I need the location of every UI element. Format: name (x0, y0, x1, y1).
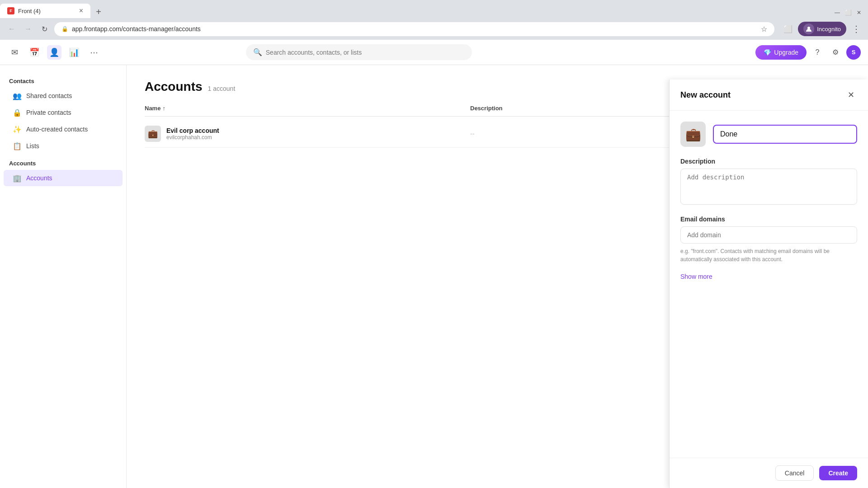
forward-button[interactable]: → (22, 23, 34, 35)
search-container: 🔍 (246, 44, 472, 60)
account-info: Evil corp account evilcorphahah.com (166, 127, 219, 141)
description-label: Description (680, 158, 857, 165)
account-cell: 💼 Evil corp account evilcorphahah.com (145, 126, 470, 142)
contacts-section-title: Contacts (0, 72, 126, 87)
sidebar-item-shared-contacts[interactable]: 👥 Shared contacts (4, 88, 123, 104)
browser-tab[interactable]: F Front (4) × (0, 4, 90, 18)
email-domains-field: Email domains e.g. "front.com". Contacts… (680, 216, 857, 263)
sidebar-item-auto-created-contacts[interactable]: ✨ Auto-created contacts (4, 121, 123, 137)
panel-header: New account ✕ (670, 80, 868, 111)
upgrade-icon: 💎 (764, 49, 771, 56)
address-text: app.frontapp.com/contacts-manager/accoun… (72, 25, 757, 33)
new-tab-button[interactable]: + (92, 5, 105, 18)
account-domain: evilcorphahah.com (166, 134, 219, 141)
sidebar-item-lists-label: Lists (26, 142, 39, 150)
tab-title: Front (4) (18, 8, 75, 14)
sidebar: Contacts 👥 Shared contacts 🔒 Private con… (0, 65, 127, 488)
sidebar-item-private-contacts-label: Private contacts (26, 109, 71, 116)
panel-close-button[interactable]: ✕ (844, 89, 857, 101)
accounts-icon: 🏢 (13, 174, 22, 183)
split-screen-button[interactable]: ⬜ (782, 23, 794, 35)
description-textarea[interactable] (680, 169, 857, 205)
new-account-panel: New account ✕ 💼 Description Email domain… (669, 80, 868, 488)
description-column-label: Description (470, 105, 503, 112)
incognito-button[interactable]: Incognito (798, 22, 846, 36)
description-field: Description (680, 158, 857, 206)
user-avatar[interactable]: S (846, 45, 861, 60)
app-toolbar: ✉ 📅 👤 📊 ⋯ 🔍 💎 Upgrade ? ⚙ S (0, 40, 868, 65)
account-name-input[interactable] (713, 125, 857, 144)
sort-icon: ↑ (162, 105, 165, 112)
inbox-icon[interactable]: ✉ (7, 45, 22, 60)
minimize-button[interactable]: — (834, 9, 841, 16)
nav-actions: ⬜ Incognito ⋮ (782, 22, 863, 36)
new-account-avatar: 💼 (680, 122, 706, 147)
upgrade-label: Upgrade (774, 49, 798, 56)
tab-close-button[interactable]: × (79, 7, 83, 14)
tab-favicon: F (7, 7, 14, 14)
panel-footer: Cancel Create (670, 458, 868, 488)
sidebar-item-shared-contacts-label: Shared contacts (26, 92, 72, 99)
panel-body: 💼 Description Email domains e.g. "front.… (670, 111, 868, 458)
panel-title: New account (680, 90, 731, 100)
analytics-icon[interactable]: 📊 (67, 45, 81, 60)
account-count: 1 account (208, 85, 236, 92)
sidebar-item-auto-created-contacts-label: Auto-created contacts (26, 126, 88, 133)
account-name: Evil corp account (166, 127, 219, 134)
show-more-button[interactable]: Show more (680, 273, 712, 280)
account-header-row: 💼 (680, 122, 857, 147)
tab-controls: — ⬜ ✕ (828, 9, 868, 18)
shared-contacts-icon: 👥 (13, 91, 22, 100)
email-hint: e.g. "front.com". Contacts with matching… (680, 247, 857, 263)
name-column-header[interactable]: Name ↑ (145, 105, 470, 112)
search-icon: 🔍 (253, 48, 262, 56)
address-bar[interactable]: 🔒 app.frontapp.com/contacts-manager/acco… (54, 22, 774, 36)
more-tools-icon[interactable]: ⋯ (87, 45, 101, 60)
settings-button[interactable]: ⚙ (828, 45, 843, 60)
page-title: Accounts (145, 80, 203, 94)
create-button[interactable]: Create (819, 466, 857, 480)
lists-icon: 📋 (13, 141, 22, 150)
close-window-button[interactable]: ✕ (855, 9, 863, 16)
upgrade-button[interactable]: 💎 Upgrade (755, 45, 807, 60)
maximize-button[interactable]: ⬜ (844, 9, 852, 16)
incognito-avatar (803, 23, 814, 34)
accounts-section-title: Accounts (0, 155, 126, 169)
sidebar-item-accounts-label: Accounts (26, 174, 52, 182)
ssl-icon: 🔒 (61, 26, 68, 32)
back-button[interactable]: ← (5, 23, 18, 35)
sidebar-item-lists[interactable]: 📋 Lists (4, 138, 123, 154)
name-column-label: Name (145, 105, 160, 112)
sidebar-item-accounts[interactable]: 🏢 Accounts (4, 170, 123, 186)
cancel-button[interactable]: Cancel (775, 465, 814, 481)
private-contacts-icon: 🔒 (13, 108, 22, 117)
email-domains-input[interactable] (680, 226, 857, 244)
help-button[interactable]: ? (810, 45, 825, 60)
account-avatar: 💼 (145, 126, 161, 142)
search-input[interactable] (266, 49, 465, 56)
reload-button[interactable]: ↻ (38, 23, 51, 35)
calendar-icon[interactable]: 📅 (27, 45, 42, 60)
incognito-label: Incognito (817, 26, 841, 33)
toolbar-right: 💎 Upgrade ? ⚙ S (755, 45, 861, 60)
auto-created-contacts-icon: ✨ (13, 125, 22, 134)
bookmark-icon[interactable]: ☆ (761, 25, 767, 33)
browser-menu-button[interactable]: ⋮ (850, 22, 863, 36)
email-domains-label: Email domains (680, 216, 857, 223)
sidebar-item-private-contacts[interactable]: 🔒 Private contacts (4, 104, 123, 121)
contacts-icon[interactable]: 👤 (47, 45, 61, 60)
